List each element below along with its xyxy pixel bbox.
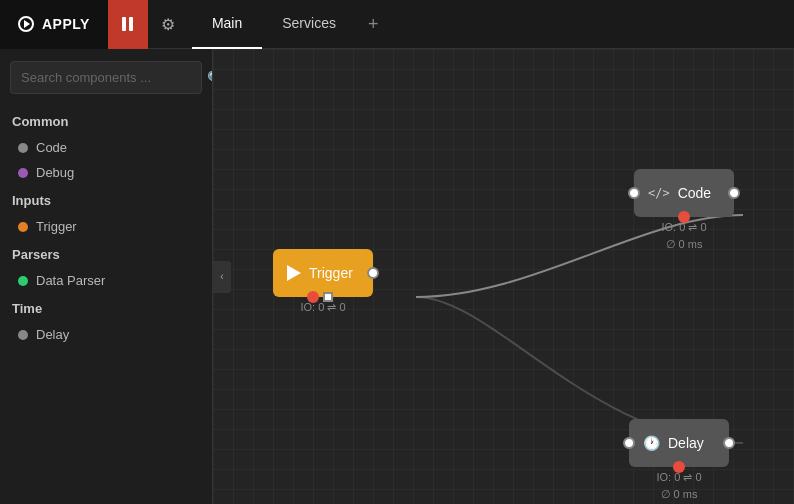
play-icon [287, 265, 301, 281]
code-error-port[interactable] [678, 211, 690, 223]
trigger-node-body: Trigger [273, 249, 373, 297]
delay-output-port[interactable] [723, 437, 735, 449]
component-label: Debug [36, 165, 74, 180]
tab-services[interactable]: Services [262, 0, 356, 49]
code-input-port[interactable] [628, 187, 640, 199]
code-icon: </> [648, 186, 670, 200]
main-content: 🔍 Common Code Debug Inputs Trigger Parse… [0, 49, 794, 504]
section-header-time: Time [0, 293, 212, 322]
component-label: Trigger [36, 219, 77, 234]
tab-main[interactable]: Main [192, 0, 262, 49]
search-button[interactable]: 🔍 [199, 70, 213, 86]
component-label: Data Parser [36, 273, 105, 288]
section-header-common: Common [0, 106, 212, 135]
list-item[interactable]: Debug [0, 160, 212, 185]
code-label: Code [678, 185, 711, 201]
topbar: APPLY ⚙ Main Services + [0, 0, 794, 49]
trigger-label: Trigger [309, 265, 353, 281]
list-item[interactable]: Code [0, 135, 212, 160]
pause-icon [122, 17, 133, 31]
list-item[interactable]: Delay [0, 322, 212, 347]
delay-input-port[interactable] [623, 437, 635, 449]
component-label: Code [36, 140, 67, 155]
list-item[interactable]: Trigger [0, 214, 212, 239]
clock-icon: 🕐 [643, 435, 660, 451]
chevron-left-icon: ‹ [220, 271, 223, 282]
delay-node-body: 🕐 Delay [629, 419, 729, 467]
code-timing-info: ∅ 0 ms [666, 238, 703, 251]
delay-error-port[interactable] [673, 461, 685, 473]
list-item[interactable]: Data Parser [0, 268, 212, 293]
collapse-sidebar-button[interactable]: ‹ [213, 261, 231, 293]
apply-icon [18, 16, 34, 32]
trigger-output-port[interactable] [367, 267, 379, 279]
dot-icon [18, 330, 28, 340]
trigger-error-port[interactable] [307, 291, 319, 303]
trigger-node[interactable]: Trigger IO: 0 ⇌ 0 [273, 249, 373, 314]
section-header-parsers: Parsers [0, 239, 212, 268]
apply-button[interactable]: APPLY [0, 0, 108, 49]
canvas[interactable]: ‹ Trigger IO: 0 ⇌ 0 [213, 49, 794, 504]
gear-icon: ⚙ [161, 15, 175, 34]
dot-icon [18, 143, 28, 153]
code-node-body: </> Code [634, 169, 734, 217]
sidebar: 🔍 Common Code Debug Inputs Trigger Parse… [0, 49, 213, 504]
apply-label: APPLY [42, 16, 90, 32]
tabs: Main Services + [192, 0, 391, 49]
dot-icon [18, 168, 28, 178]
trigger-io-info: IO: 0 ⇌ 0 [300, 301, 345, 314]
delay-timing-info: ∅ 0 ms [661, 488, 698, 501]
tab-add-button[interactable]: + [356, 0, 391, 49]
delay-label: Delay [668, 435, 704, 451]
section-header-inputs: Inputs [0, 185, 212, 214]
dot-icon [18, 222, 28, 232]
search-bar: 🔍 [10, 61, 202, 94]
dot-icon [18, 276, 28, 286]
delay-node[interactable]: 🕐 Delay IO: 0 ⇌ 0 ∅ 0 ms [629, 419, 729, 501]
search-input[interactable] [11, 62, 199, 93]
code-node[interactable]: </> Code IO: 0 ⇌ 0 ∅ 0 ms [634, 169, 734, 251]
trigger-data-port[interactable] [323, 292, 333, 302]
code-output-port[interactable] [728, 187, 740, 199]
component-label: Delay [36, 327, 69, 342]
pause-button[interactable] [108, 0, 148, 49]
settings-button[interactable]: ⚙ [148, 0, 188, 49]
